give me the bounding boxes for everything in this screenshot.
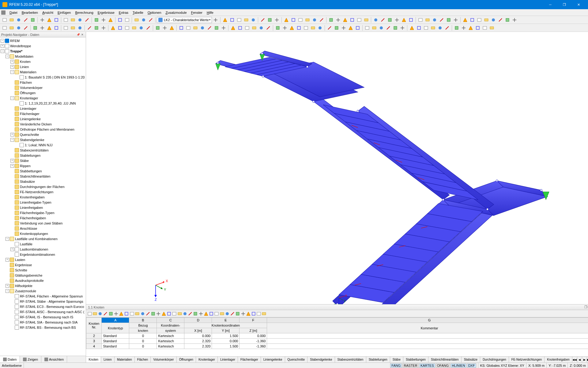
tree-node[interactable]: Veränderliche Dicken (1, 121, 85, 127)
toolbar-button-tb2-40[interactable] (303, 25, 309, 31)
tree-node[interactable]: 1: Lokal; NNN NJJ (1, 142, 85, 148)
toolbar-button-tb2-45[interactable] (340, 25, 347, 31)
toolbar-button-tb2-65[interactable] (488, 25, 495, 31)
toolbar-button-tb1-35[interactable] (318, 17, 325, 23)
toolbar-button-tb1-4[interactable] (29, 17, 36, 23)
table-toolbar-btn-25[interactable] (220, 311, 224, 316)
toolbar-button-tb1-11[interactable] (84, 17, 90, 23)
table-toolbar-btn-7[interactable] (124, 311, 129, 316)
tree-node[interactable]: Öffnungen (1, 90, 85, 95)
tree-node[interactable]: Orthotrope Flächen und Membranen (1, 127, 85, 132)
toolbar-button-tb2-50[interactable] (378, 25, 385, 31)
toolbar-button-tb1-23[interactable] (229, 17, 236, 23)
tree-node[interactable]: Flächen (1, 80, 85, 85)
toolbar-button-tb1-58[interactable] (490, 17, 497, 23)
toolbar-button-tb2-18[interactable] (138, 25, 145, 31)
toolbar-button-tb2-62[interactable] (467, 25, 474, 31)
toolbar-button-tb2-43[interactable] (326, 25, 333, 31)
tree-node[interactable]: Glättungsbereiche (1, 273, 85, 278)
toolbar-button-tb2-38[interactable] (288, 25, 295, 31)
table-toolbar-btn-0[interactable] (87, 311, 92, 316)
tree-node[interactable]: Durchdringungen der Flächen (1, 184, 85, 189)
maximize-button[interactable]: ❐ (557, 0, 571, 9)
tree-node[interactable]: +Hilfsobjekte (1, 283, 85, 288)
toolbar-button-tb1-54[interactable] (462, 17, 469, 23)
toolbar-button-tb1-7[interactable] (53, 17, 60, 23)
status-toggle-hlinien[interactable]: HLINIEN (450, 363, 466, 368)
table-tab-8[interactable]: Flächenlager (238, 357, 261, 362)
toolbar-button-tb2-15[interactable] (117, 25, 123, 31)
toolbar-button-tb1-53[interactable] (452, 17, 459, 23)
tree-node[interactable]: Ergebnisse (1, 262, 85, 267)
status-toggle-kartes[interactable]: KARTES (419, 363, 435, 368)
table-tab-18[interactable]: Durchdringungen (480, 357, 509, 362)
toolbar-button-tb1-61[interactable] (511, 17, 518, 23)
menu-einfügen[interactable]: Einfügen (55, 10, 73, 15)
tree-node[interactable]: −Lastfälle und Kombinationen (1, 236, 85, 241)
menu-datei[interactable]: Datei (7, 10, 20, 15)
toolbar-button-tb2-24[interactable] (185, 25, 192, 31)
table-tab-0[interactable]: Knoten (86, 357, 101, 362)
toolbar-button-tb2-59[interactable] (444, 25, 450, 31)
table-toolbar-btn-13[interactable] (156, 311, 161, 316)
table-toolbar-btn-28[interactable] (235, 311, 240, 316)
toolbar-button-tb2-52[interactable] (392, 25, 399, 31)
toolbar-button-tb2-30[interactable] (230, 25, 236, 31)
toolbar-button-tb2-7[interactable] (53, 25, 60, 31)
toolbar-button-tb2-13[interactable] (100, 25, 107, 31)
table-tab-nav[interactable]: ◀ (577, 357, 582, 362)
tree-node[interactable]: Verbindung von zwei Stäben (1, 220, 85, 226)
table-toolbar-btn-23[interactable] (209, 311, 214, 316)
toolbar-button-tb1-43[interactable] (379, 17, 386, 23)
toolbar-button-tb2-6[interactable] (46, 25, 53, 31)
navigator-pin-button[interactable]: 📌 (76, 33, 80, 37)
menu-fenster[interactable]: Fenster (189, 10, 205, 15)
menu-optionen[interactable]: Optionen (145, 10, 164, 15)
toolbar-button-tb2-63[interactable] (474, 25, 481, 31)
tree-node[interactable]: +Lasten (1, 257, 85, 262)
toolbar-button-tb1-33[interactable] (304, 17, 311, 23)
toolbar-button-tb2-56[interactable] (423, 25, 429, 31)
toolbar-button-tb1-2[interactable] (15, 17, 22, 23)
toolbar-button-tb1-27[interactable] (259, 17, 266, 23)
toolbar-button-tb1-18[interactable] (140, 17, 147, 23)
tree-node[interactable]: RF-STAHL AISC - Bemessung nach AISC ( (1, 309, 85, 314)
toolbar-button-tb2-33[interactable] (251, 25, 258, 31)
status-toggle-raster[interactable]: RASTER (402, 363, 419, 368)
toolbar-button-tb2-27[interactable] (206, 25, 213, 31)
tree-node[interactable]: −Zusatzmodule (1, 288, 85, 293)
tree-node[interactable]: Ausdruckprotokolle (1, 278, 85, 283)
toolbar-button-tb2-54[interactable] (409, 25, 415, 31)
table-tab-13[interactable]: Stabteilungen (366, 357, 390, 362)
toolbar-button-tb2-14[interactable] (110, 25, 116, 31)
toolbar-button-tb1-0[interactable] (1, 17, 8, 23)
toolbar-button-tb2-60[interactable] (453, 25, 460, 31)
toolbar-button-tb1-5[interactable] (39, 17, 46, 23)
tree-node[interactable]: Lastfälle (1, 241, 85, 247)
tree-node[interactable]: Flächenfreigabe-Typen (1, 210, 85, 215)
toolbar-button-tb1-51[interactable] (438, 17, 445, 23)
tree-node[interactable]: Stabexzentrizitäten (1, 148, 85, 153)
nav-tab-ansichten[interactable]: Ansichten (41, 356, 67, 362)
toolbar-button-tb1-59[interactable] (497, 17, 504, 23)
tree-node[interactable]: +Querschnitte (1, 132, 85, 137)
toolbar-button-tb1-26[interactable] (250, 17, 257, 23)
toolbar-button-tb1-47[interactable] (408, 17, 414, 23)
toolbar-button-tb2-41[interactable] (310, 25, 316, 31)
toolbar-button-tb1-19[interactable] (147, 17, 154, 23)
toolbar-button-tb1-49[interactable] (424, 17, 431, 23)
table-tab-14[interactable]: Stäbe (390, 357, 403, 362)
toolbar-button-tb2-4[interactable] (32, 25, 39, 31)
table-maximize-button[interactable]: ❐ (584, 305, 587, 309)
toolbar-button-tb2-53[interactable] (399, 25, 406, 31)
table-tab-3[interactable]: Flächen (135, 357, 151, 362)
menu-ergebnisse[interactable]: Ergebnisse (96, 10, 117, 15)
tree-node[interactable]: −Treppe* (1, 48, 85, 54)
menu-hilfe[interactable]: Hilfe (205, 10, 216, 15)
model-3d-view[interactable]: X Y Z x y z (86, 32, 588, 304)
toolbar-button-tb2-3[interactable] (22, 25, 29, 31)
menu-ansicht[interactable]: Ansicht (40, 10, 55, 15)
tree-node[interactable]: RF-STAHL Stäbe - Allgemeine Spannungs (1, 299, 85, 304)
toolbar-button-tb2-36[interactable] (274, 25, 281, 31)
toolbar-button-tb2-34[interactable] (258, 25, 265, 31)
